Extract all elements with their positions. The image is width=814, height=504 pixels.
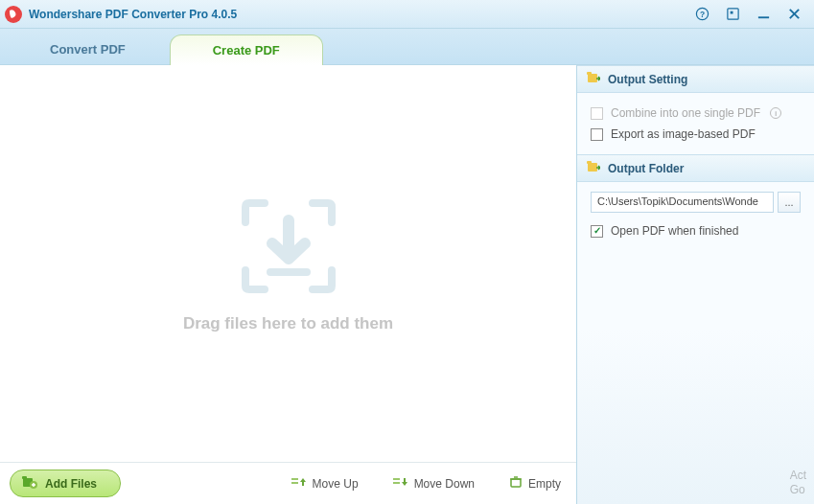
output-folder-label: Output Folder (608, 162, 684, 175)
move-up-button[interactable]: Move Up (286, 472, 364, 494)
export-image-row: Export as image-based PDF (591, 124, 801, 145)
svg-rect-15 (291, 482, 298, 484)
move-up-icon (291, 476, 307, 491)
tab-convert-pdf[interactable]: Convert PDF (8, 34, 168, 64)
output-path-input[interactable]: C:\Users\Topik\Documents\Wonde (591, 192, 774, 213)
svg-rect-4 (730, 11, 733, 14)
close-icon[interactable] (785, 6, 802, 23)
combine-row: Combine into one single PDF i (591, 103, 801, 124)
svg-rect-23 (588, 74, 597, 82)
settings-icon[interactable] (724, 6, 741, 23)
tab-bar: Convert PDF Create PDF (0, 29, 814, 65)
browse-button[interactable]: ... (778, 192, 801, 213)
drop-zone-label: Drag files here to add them (183, 314, 393, 333)
app-logo-icon (4, 5, 23, 24)
export-image-label: Export as image-based PDF (611, 127, 756, 141)
tab-create-pdf[interactable]: Create PDF (170, 34, 323, 65)
svg-rect-10 (22, 476, 27, 479)
window-controls: ? (693, 6, 810, 23)
empty-icon (509, 476, 523, 491)
svg-text:?: ? (699, 10, 704, 19)
add-files-button[interactable]: Add Files (10, 470, 121, 497)
info-icon[interactable]: i (770, 107, 781, 119)
add-files-label: Add Files (45, 477, 97, 491)
output-folder-icon (587, 160, 600, 176)
minimize-icon[interactable] (755, 6, 772, 23)
main-area: Drag files here to add them Add Files Mo… (0, 65, 577, 504)
bottom-toolbar: Add Files Move Up Move Down Empty (0, 462, 576, 504)
svg-rect-24 (587, 72, 592, 75)
svg-rect-25 (588, 163, 597, 172)
svg-rect-14 (291, 478, 298, 480)
activation-watermark: Act Go (790, 469, 806, 498)
move-up-label: Move Up (313, 477, 359, 491)
svg-rect-20 (511, 479, 521, 487)
drop-target-icon (236, 194, 341, 299)
help-icon[interactable]: ? (693, 6, 710, 23)
combine-label: Combine into one single PDF (611, 106, 760, 120)
export-image-checkbox[interactable] (591, 128, 603, 141)
titlebar: Wondershare PDF Converter Pro 4.0.5 ? (0, 0, 814, 29)
app-title: Wondershare PDF Converter Pro 4.0.5 (29, 8, 693, 21)
open-when-finished-label: Open PDF when finished (611, 224, 738, 238)
empty-label: Empty (528, 477, 561, 491)
move-down-label: Move Down (414, 477, 475, 491)
combine-checkbox (591, 107, 603, 120)
output-setting-label: Output Setting (608, 73, 687, 86)
output-setting-header: Output Setting (577, 65, 814, 93)
svg-rect-18 (393, 482, 400, 484)
svg-rect-17 (393, 478, 400, 480)
open-when-finished-checkbox[interactable] (591, 225, 603, 238)
output-setting-icon (587, 71, 600, 87)
move-down-button[interactable]: Move Down (387, 472, 480, 494)
move-down-icon (393, 476, 408, 491)
open-when-finished-row: Open PDF when finished (591, 220, 801, 241)
drop-zone[interactable]: Drag files here to add them (0, 65, 576, 462)
output-folder-header: Output Folder (577, 154, 814, 182)
add-files-icon (22, 475, 37, 492)
sidebar: Output Setting Combine into one single P… (577, 65, 814, 504)
empty-button[interactable]: Empty (503, 472, 567, 494)
svg-rect-26 (587, 161, 592, 164)
